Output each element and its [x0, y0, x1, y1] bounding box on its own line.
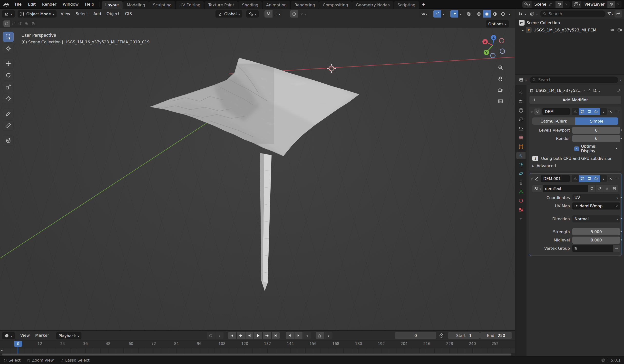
overlays-toggle[interactable]: [450, 10, 458, 18]
show-on-cage-toggle[interactable]: [572, 175, 579, 182]
scene-selector[interactable]: Scene: [522, 1, 570, 8]
viewport-canvas[interactable]: User Perspective (0) Scene Collection | …: [0, 28, 515, 330]
animate-dot[interactable]: •: [620, 136, 622, 141]
frame-step-dropdown[interactable]: [303, 332, 311, 339]
workspace-tab-rendering[interactable]: Rendering: [291, 1, 319, 9]
disable-in-renders-icon[interactable]: [617, 27, 622, 32]
next-frame-button[interactable]: [294, 332, 303, 339]
outliner-search-input[interactable]: Search: [540, 10, 605, 17]
blender-logo-icon[interactable]: [3, 1, 9, 8]
select-mode-invert-button[interactable]: [23, 21, 30, 27]
options-button[interactable]: Options: [486, 20, 509, 27]
remove-modifier-icon[interactable]: [609, 110, 613, 114]
levels-viewport-slider[interactable]: 6: [572, 127, 620, 134]
unlink-scene-button[interactable]: [563, 1, 570, 8]
scene-icon[interactable]: [522, 1, 532, 8]
tab-view-layer[interactable]: [516, 116, 525, 123]
animate-dot[interactable]: •: [620, 217, 622, 221]
use-preview-range-toggle[interactable]: [439, 333, 444, 338]
optimal-display-checkbox[interactable]: ✓: [574, 146, 579, 151]
timeline-ruler[interactable]: 1224364860728496108120132144156168180192…: [0, 340, 515, 348]
workspace-tab-scripting[interactable]: Scripting: [394, 1, 419, 9]
tool-annotate[interactable]: [3, 109, 14, 119]
pivot-point-select[interactable]: [246, 10, 259, 18]
shading-material-button[interactable]: [491, 10, 499, 18]
new-view-layer-button[interactable]: [607, 1, 615, 8]
tool-rotate[interactable]: [3, 70, 14, 80]
object-name-label[interactable]: USGS_1M_16_x37y523_MI_FEM: [534, 28, 608, 32]
select-mode-extend-button[interactable]: [10, 21, 17, 27]
advanced-subpanel[interactable]: ▸ Advanced: [532, 164, 618, 168]
timeline-scrollbar[interactable]: [0, 353, 515, 356]
proportional-editing-toggle[interactable]: [290, 10, 298, 18]
breadcrumb-object[interactable]: USGS_1M_16_x37y52...: [536, 88, 582, 93]
frame-end-field[interactable]: End250: [480, 332, 512, 339]
visibility-dropdown[interactable]: [419, 10, 429, 18]
outliner-row-object[interactable]: ▸ USGS_1M_16_x37y523_MI_FEM: [515, 26, 624, 34]
workspace-tab-geometry-nodes[interactable]: Geometry Nodes: [352, 1, 393, 9]
tab-object[interactable]: [516, 143, 525, 150]
properties-editor-type-button[interactable]: [518, 76, 528, 84]
menu-help[interactable]: Help: [82, 0, 97, 9]
tab-material[interactable]: [516, 197, 525, 204]
outliner-row-scene-collection[interactable]: Scene Collection: [515, 19, 624, 26]
timeline-menu-marker[interactable]: Marker: [32, 331, 52, 340]
expand-arrow-icon[interactable]: ▸: [522, 28, 524, 32]
viewport-menu-object[interactable]: Object: [104, 9, 122, 19]
timeline-menu-view[interactable]: View: [18, 331, 32, 340]
collapse-icon[interactable]: [531, 109, 533, 114]
modifier-extras-dropdown[interactable]: [600, 108, 607, 115]
shading-solid-button[interactable]: [483, 10, 491, 18]
outliner-filter-button[interactable]: [607, 11, 613, 16]
pin-icon[interactable]: [548, 2, 553, 7]
breadcrumb-modifier[interactable]: D...: [593, 88, 600, 93]
tool-cursor[interactable]: [3, 43, 14, 54]
animate-dot[interactable]: •: [620, 238, 622, 243]
direction-select[interactable]: Normal: [572, 215, 620, 222]
show-in-render-toggle[interactable]: [593, 108, 600, 115]
clear-uv-map-icon[interactable]: [615, 204, 618, 208]
tab-modifiers[interactable]: [516, 152, 525, 159]
uv-map-field[interactable]: demUVmap: [572, 202, 620, 210]
select-mode-subtract-button[interactable]: [17, 21, 23, 27]
camera-view-icon[interactable]: [497, 86, 504, 94]
modifier-extras-dropdown[interactable]: [600, 175, 607, 182]
tab-world[interactable]: [516, 134, 525, 141]
animate-dot[interactable]: •: [620, 128, 622, 133]
tab-texture[interactable]: [516, 206, 525, 213]
outliner-editor-type-button[interactable]: [517, 10, 527, 18]
texture-name-field[interactable]: demText: [543, 185, 588, 192]
auto-keying-dropdown[interactable]: [324, 332, 333, 339]
tab-particles[interactable]: [516, 161, 525, 168]
scene-collection-label[interactable]: Scene Collection: [526, 21, 560, 25]
view-layer-icon[interactable]: [572, 1, 581, 8]
transform-orientation-select[interactable]: Global: [215, 10, 242, 18]
gizmo-y-neg-axis[interactable]: [500, 49, 505, 54]
previous-keyframe-button[interactable]: [237, 332, 245, 339]
view-layer-selector[interactable]: ViewLayer: [572, 1, 622, 8]
tool-scale[interactable]: [3, 82, 14, 92]
shading-rendered-button[interactable]: [499, 10, 507, 18]
current-frame-field[interactable]: 0: [395, 332, 436, 339]
modifier-name-field[interactable]: DEM: [542, 108, 570, 115]
remove-view-layer-button[interactable]: [615, 1, 622, 8]
coordinates-select[interactable]: UV: [572, 194, 620, 201]
view-layer-name[interactable]: ViewLayer: [584, 2, 604, 7]
tab-constraints[interactable]: [516, 179, 525, 186]
workspace-tab-texture-paint[interactable]: Texture Paint: [205, 1, 238, 9]
unlink-texture-button[interactable]: [603, 185, 611, 192]
play-reverse-button[interactable]: [245, 332, 254, 339]
properties-options-dropdown[interactable]: [620, 77, 622, 82]
pan-view-icon[interactable]: [497, 75, 504, 82]
auto-keying-toggle[interactable]: [316, 332, 324, 339]
viewport-menu-add[interactable]: Add: [91, 9, 104, 19]
tool-move[interactable]: [3, 58, 14, 69]
tool-select-box[interactable]: [3, 32, 14, 42]
workspace-tab-modeling[interactable]: Modeling: [123, 1, 149, 9]
show-in-viewport-toggle[interactable]: [586, 175, 593, 182]
vertex-group-field[interactable]: [572, 245, 613, 252]
show-in-editmode-toggle[interactable]: [579, 108, 586, 115]
scrollbar-thumb[interactable]: [2, 354, 511, 356]
remove-modifier-icon[interactable]: [609, 177, 613, 181]
texture-browse-button[interactable]: [532, 185, 543, 192]
